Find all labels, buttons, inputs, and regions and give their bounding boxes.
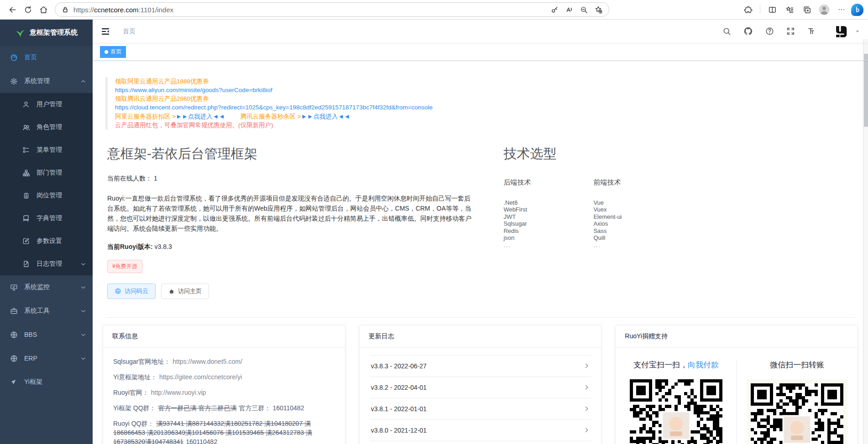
page-content: 领取阿里云通用云产品1888优惠券 https://www.aliyun.com…	[93, 61, 868, 444]
browser-menu-icon[interactable]	[834, 2, 849, 17]
changelog-row[interactable]: v3.8.2 - 2022-04-01	[370, 377, 591, 398]
paper-plane-icon	[9, 378, 18, 386]
top-navbar: 首页	[93, 20, 868, 43]
chevron-right-icon	[584, 427, 590, 433]
contact-label: Yi意框架地址：	[113, 373, 157, 381]
edit-square-icon	[21, 237, 31, 245]
app-logo: 意框架管理系统	[0, 20, 93, 46]
visit-homepage-button[interactable]: 访问主页	[161, 284, 209, 299]
help-icon[interactable]	[765, 27, 774, 36]
promo-line-server-zones: 阿里云服务器折扣区 >►►点我进入◄◄腾讯云服务器秒杀区 >►►点我进入◄◄	[115, 112, 859, 121]
changelog-row[interactable]: v3.8.0 - 2021-12-01	[370, 420, 591, 441]
changelog-version: v3.8.2 - 2022-04-01	[371, 384, 427, 391]
version-line: 当前Ruoyi版本:v3.8.3	[107, 243, 473, 251]
alipay-pay-link[interactable]: 向我付款	[688, 361, 719, 369]
chevron-down-icon	[81, 285, 86, 290]
sidebar-item-users[interactable]: 用户管理	[0, 93, 93, 116]
version-label: 当前Ruoyi版本:	[107, 243, 153, 250]
breadcrumb: 首页	[123, 27, 136, 36]
font-size-icon[interactable]	[807, 27, 817, 36]
contact-link[interactable]: https://gitee.com/ccnetcore/yi	[159, 373, 242, 381]
tencent-zone-link[interactable]: ►►点我进入◄◄	[301, 113, 350, 120]
contact-value: 官方三群： 160110482	[239, 404, 304, 412]
page-scrollbar[interactable]	[863, 39, 868, 444]
fullscreen-icon[interactable]	[786, 27, 795, 36]
contact-link[interactable]: http://www.ruoyi.vip	[151, 389, 206, 396]
split-screen-icon[interactable]	[764, 2, 780, 17]
contact-row: Yi意框架地址：https://gitee.com/ccnetcore/yi	[113, 372, 335, 382]
changelog-row[interactable]: v3.7.0 - 2021-09-13	[370, 441, 591, 444]
wechat-title: 微信扫一扫转账	[770, 360, 824, 370]
scrollbar-thumb[interactable]	[864, 54, 868, 127]
browser-refresh-button[interactable]	[20, 2, 36, 17]
sidebar-item-label: 系统工具	[24, 307, 50, 315]
contact-label: Sqlsugar官网地址：	[113, 358, 170, 365]
sidebar-item-departments[interactable]: 部门管理	[0, 161, 93, 184]
sidebar-item-tools[interactable]: 系统工具	[0, 299, 93, 323]
user-menu[interactable]	[833, 23, 860, 40]
extensions-icon[interactable]	[740, 2, 756, 17]
contact-row: Ruoyi QQ群：满937441 满887144332满180251782 满…	[113, 419, 335, 444]
sidebar-item-system[interactable]: 系统管理	[0, 69, 93, 93]
github-icon[interactable]	[743, 26, 753, 36]
sidebar-item-yiframework[interactable]: Yi框架	[0, 370, 93, 394]
toolbox-icon	[9, 307, 18, 315]
frontend-tech-title: 前端技术	[593, 178, 683, 187]
site-lock-icon[interactable]	[62, 6, 69, 13]
changelog-row[interactable]: v3.8.1 - 2022-01-01	[370, 398, 591, 420]
promo-line-tencent-coupon: 领取腾讯云通用云产品2860优惠券	[115, 94, 859, 103]
address-bar[interactable]: https://ccnetcore.com:1101/index	[55, 2, 609, 17]
browser-back-button[interactable]	[5, 2, 20, 17]
favorites-icon[interactable]	[782, 2, 797, 17]
frontend-tech-column: 前端技术 Vue Vuex Element-ui Axios Sass Quil…	[593, 178, 683, 249]
copilot-icon[interactable]	[851, 4, 863, 16]
zoom-out-icon[interactable]	[577, 3, 591, 16]
sidebar-item-erp[interactable]: ERP	[0, 346, 93, 370]
page-title: 意框架-若依后台管理框架	[107, 145, 473, 163]
section-divider	[105, 317, 855, 318]
gear-icon	[9, 77, 18, 85]
aliyun-zone-link[interactable]: ►►点我进入◄◄	[176, 113, 225, 120]
aliyun-coupon-link[interactable]: https://www.aliyun.com/minisite/goods?us…	[115, 86, 859, 94]
read-aloud-icon[interactable]	[562, 3, 576, 16]
contact-label: Ruoyi QQ群：	[113, 420, 154, 427]
tencent-coupon-link[interactable]: https://cloud.tencent.com/redirect.php?r…	[115, 103, 859, 112]
browser-home-button[interactable]	[36, 2, 51, 17]
sidebar-item-home[interactable]: 首页	[0, 46, 93, 69]
contact-label: Yi框架 QQ群：	[113, 404, 156, 412]
sidebar: 意框架管理系统 首页 系统管理 用户管理	[0, 20, 93, 444]
password-key-icon[interactable]	[548, 3, 561, 16]
tech-item: Sass	[593, 227, 683, 235]
sidebar-item-roles[interactable]: 角色管理	[0, 116, 93, 139]
sidebar-item-menus[interactable]: 菜单管理	[0, 139, 93, 161]
dashboard-icon	[9, 54, 18, 62]
visit-gitee-button[interactable]: 访问码云	[107, 284, 156, 299]
wechat-qr-wrap	[747, 379, 847, 444]
contact-link[interactable]: https://www.donet5.com/	[173, 358, 242, 365]
sidebar-item-posts[interactable]: 岗位管理	[0, 184, 93, 207]
sidebar-item-logs[interactable]: 日志管理	[0, 253, 93, 275]
sidebar-collapse-icon[interactable]	[101, 27, 110, 36]
add-favorite-star-icon[interactable]	[591, 3, 605, 16]
promo-notice: 领取阿里云通用云产品1888优惠券 https://www.aliyun.com…	[105, 77, 859, 129]
alipay-qr-code	[630, 379, 722, 444]
sidebar-item-bbs[interactable]: BBS	[0, 323, 93, 346]
sidebar-item-dicts[interactable]: 字典管理	[0, 207, 93, 230]
contact-row: Ruoyi官网：http://www.ruoyi.vip	[113, 388, 335, 397]
backend-tech-column: 后端技术 .Net6 WebFirst JWT Sqlsugar Redis j…	[503, 178, 593, 249]
sidebar-item-monitor[interactable]: 系统监控	[0, 275, 93, 299]
search-icon[interactable]	[722, 27, 731, 36]
sidebar-item-label: Yi框架	[24, 378, 42, 386]
sidebar-item-label: 系统监控	[24, 283, 50, 291]
changelog-row[interactable]: v3.8.3 - 2022-06-27	[370, 355, 591, 377]
changelog-version: v3.8.0 - 2021-12-01	[371, 427, 427, 434]
tech-item: Redis	[503, 227, 593, 235]
button-label: 访问主页	[178, 287, 202, 295]
tab-home[interactable]: 首页	[100, 46, 126, 58]
collections-icon[interactable]	[799, 2, 815, 17]
sidebar-item-label: 字典管理	[37, 214, 62, 222]
tech-section: 技术选型 后端技术 .Net6 WebFirst JWT Sqlsugar Re…	[499, 145, 853, 299]
sidebar-item-params[interactable]: 参数设置	[0, 230, 93, 253]
user-icon	[21, 101, 31, 108]
browser-profile-avatar[interactable]	[816, 2, 832, 17]
